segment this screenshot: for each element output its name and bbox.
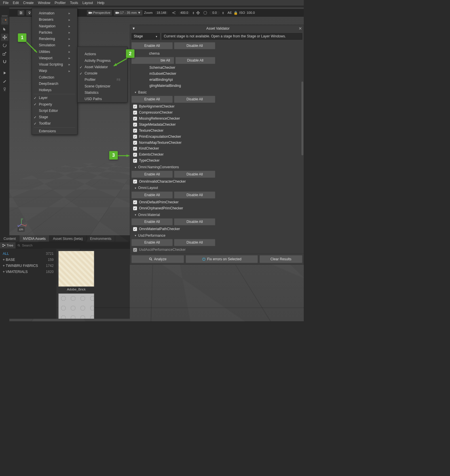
disable-all-button[interactable]: Disable All [174, 96, 215, 103]
disable-all-button[interactable]: Disable All [174, 218, 215, 225]
tool-play[interactable] [1, 69, 8, 77]
tool-move[interactable] [1, 34, 8, 41]
checker-CompressionChecker[interactable]: ✓CompressionChecker [132, 110, 301, 116]
enable-all-button[interactable]: Enable All [132, 239, 172, 246]
checker-NormalMapTextureChecker[interactable]: ✓NormalMapTextureChecker [132, 139, 301, 146]
disable-all-button[interactable]: Disable All [174, 239, 215, 246]
tree-item[interactable]: + TWINBRU FABRICS1742 [2, 263, 54, 269]
menu-property[interactable]: ✓Property [32, 101, 77, 108]
tree-toggle[interactable]: Tree [0, 242, 16, 248]
checkbox-icon[interactable]: ✓ [133, 159, 137, 163]
disable-all-button[interactable]: Disable All [174, 192, 215, 198]
checker-OmniOrphanedPrimChecker[interactable]: ✓OmniOrphanedPrimChecker [132, 205, 301, 211]
exposure-value[interactable]: 0.0 [209, 10, 221, 15]
menu-edit[interactable]: Edit [11, 0, 21, 6]
spinner-icon[interactable]: ▲▼ [222, 11, 224, 14]
checkbox-icon[interactable]: ✓ [133, 123, 137, 127]
checkbox-icon[interactable]: ✓ [133, 153, 137, 157]
fix-button[interactable]: Fix errors on Selected [186, 255, 258, 263]
checkbox-icon[interactable]: ✓ [133, 206, 137, 210]
disable-all-button[interactable]: Disable All [175, 57, 215, 64]
checker-UsdAsciiPerformanceChecker[interactable]: ✓UsdAsciiPerformanceChecker [132, 247, 301, 253]
menu-stage[interactable]: ✓Stage [32, 114, 77, 120]
tree-item[interactable]: + BASE159 [2, 257, 54, 263]
checkbox-icon[interactable]: ✓ [133, 116, 137, 121]
axis-gizmo[interactable]: yxz [18, 217, 27, 227]
menu-deepsearch[interactable]: DeepSearch [32, 81, 77, 87]
checkbox-icon[interactable]: ✓ [133, 200, 137, 204]
checker-TextureChecker[interactable]: ✓TextureChecker [132, 127, 301, 133]
enable-all-button[interactable]: Enable All [132, 218, 172, 225]
menu-console[interactable]: ✓Console [77, 70, 127, 77]
menu-browsers[interactable]: Browsers▶ [32, 16, 77, 23]
menu-create[interactable]: Create [21, 0, 36, 6]
menu-profiler[interactable]: Profiler [53, 0, 68, 6]
move-icon[interactable] [196, 11, 200, 15]
asset-thumb[interactable]: Adobe_Brick [58, 251, 94, 291]
checker-MissingReferenceChecker[interactable]: ✓MissingReferenceChecker [132, 116, 301, 122]
checker-TypeChecker[interactable]: ✓TypeChecker [132, 158, 301, 164]
checker-partial[interactable]: glingMaterialBinding [148, 83, 301, 89]
tree-item[interactable]: ALL3721 [2, 251, 54, 257]
menu-usd-paths[interactable]: USD Paths [77, 96, 127, 102]
checker-ExtentsChecker[interactable]: ✓ExtentsChecker [132, 152, 301, 158]
tool-select-box[interactable] [1, 17, 8, 25]
menu-window[interactable]: Window [36, 0, 52, 6]
menu-script-editor[interactable]: Script Editor [32, 108, 77, 114]
tool-scale[interactable] [1, 50, 8, 57]
menu-warp[interactable]: Warp▶ [32, 68, 77, 74]
chevron-down-icon[interactable]: ▼ [134, 166, 136, 169]
checker-partial[interactable]: erialBindingApi [148, 77, 301, 83]
menu-help[interactable]: Help [95, 0, 106, 6]
enable-all-button[interactable]: Enable All [132, 192, 172, 198]
checker-OmniDefaultPrimChecker[interactable]: ✓OmniDefaultPrimChecker [132, 199, 301, 205]
spinner-icon[interactable]: ▲▼ [192, 11, 195, 14]
disable-all-button[interactable]: Disable All [174, 171, 215, 178]
chevron-down-icon[interactable]: ▼ [134, 91, 136, 93]
menu-profiler[interactable]: ProfilerF8 [77, 77, 127, 83]
checkbox-icon[interactable]: ✓ [133, 248, 137, 252]
checker-ByteAlignmentChecker[interactable]: ✓ByteAlignmentChecker [132, 104, 301, 110]
enable-all-button[interactable]: Enable All [132, 42, 172, 49]
checker-OmniInvalidCharacterChecker[interactable]: ✓OmniInvalidCharacterChecker [132, 178, 301, 184]
checkbox-icon[interactable]: ✓ [133, 141, 137, 145]
clear-button[interactable]: Clear Results [260, 255, 302, 263]
tool-snap[interactable] [1, 58, 8, 66]
checkbox-icon[interactable]: ✓ [133, 227, 137, 231]
tool-brush[interactable] [1, 77, 8, 85]
scrollbar[interactable] [301, 82, 303, 156]
enable-all-button[interactable]: Enable All [132, 96, 172, 103]
menu-animation[interactable]: Animation▶ [32, 10, 77, 16]
tab-content[interactable]: Content [0, 235, 20, 242]
menu-visual-scripting[interactable]: Visual Scripting▶ [32, 61, 77, 68]
menu-navigation[interactable]: Navigation▶ [32, 23, 77, 29]
chevron-down-icon[interactable]: ▼ [134, 234, 136, 237]
disable-all-button[interactable]: Disable All [174, 42, 215, 49]
close-icon[interactable]: ✕ [299, 26, 302, 31]
iso-value[interactable]: 100.0 [246, 11, 255, 15]
search-input[interactable]: Search [16, 242, 130, 248]
checker-partial[interactable]: mSubsetChecker [148, 71, 301, 77]
menu-particles[interactable]: Particles▶ [32, 29, 77, 36]
checker-StageMetadataChecker[interactable]: ✓StageMetadataChecker [132, 122, 301, 128]
menu-file[interactable]: File [1, 0, 10, 6]
zoom-value[interactable]: 18.148 [154, 10, 169, 15]
enable-all-button[interactable]: ble All [132, 57, 174, 64]
tool-rotate[interactable] [1, 42, 8, 49]
checkbox-icon[interactable]: ✓ [133, 104, 137, 108]
checkbox-icon[interactable]: ✓ [133, 129, 137, 133]
settings-btn[interactable] [18, 10, 24, 16]
checkbox-icon[interactable]: ✓ [133, 110, 137, 114]
menu-scene-optimizer[interactable]: Scene Optimizer [77, 83, 127, 89]
menu-extensions[interactable]: Extensions [32, 128, 77, 135]
analyze-button[interactable]: Analyze [132, 255, 184, 263]
ae-label[interactable]: AE [227, 11, 232, 15]
lock-icon[interactable]: 🔒 [233, 11, 238, 15]
checker-KindChecker[interactable]: ✓KindChecker [132, 146, 301, 152]
collapse-icon[interactable]: ▼ [132, 26, 135, 30]
menu-layer[interactable]: ✓Layer [32, 95, 77, 101]
tool-pointer[interactable] [1, 25, 8, 33]
checkbox-icon[interactable]: ✓ [133, 179, 137, 183]
tool-physics[interactable] [1, 86, 8, 93]
menu-toolbar[interactable]: ✓ToolBar [32, 121, 77, 127]
